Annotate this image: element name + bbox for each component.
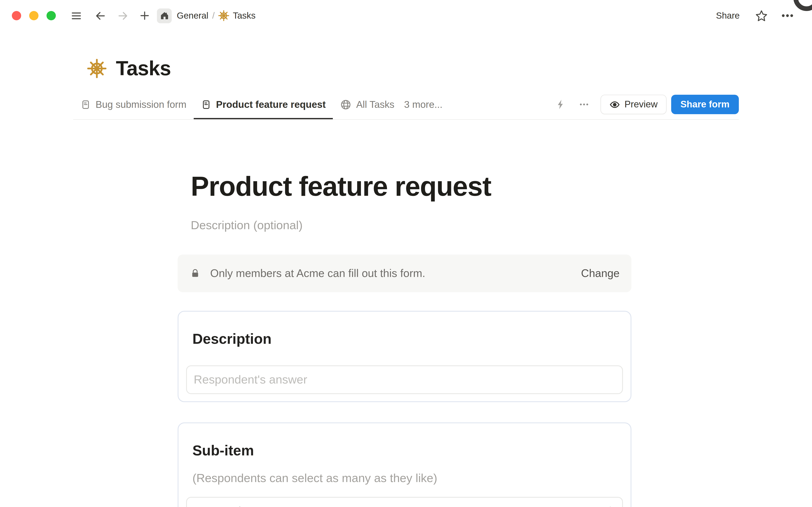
- tab-actions: Preview Share form: [555, 95, 739, 114]
- description-answer-input[interactable]: [186, 365, 623, 394]
- preview-button-label: Preview: [625, 99, 658, 110]
- field-card-sub-item[interactable]: Sub-item (Respondents can select as many…: [178, 422, 631, 507]
- field-label[interactable]: Description: [192, 330, 623, 348]
- page-header: Tasks: [87, 57, 171, 80]
- sidebar-menu-icon[interactable]: [71, 10, 82, 21]
- more-options-icon[interactable]: [781, 9, 794, 22]
- toolbar-right: Share: [716, 9, 794, 22]
- tabs-more-link[interactable]: 3 more...: [402, 99, 445, 110]
- automation-bolt-icon[interactable]: [555, 99, 566, 110]
- tab-label: All Tasks: [356, 99, 394, 110]
- favorite-star-icon[interactable]: [755, 9, 768, 22]
- form-editor: Product feature request Description (opt…: [178, 120, 631, 507]
- sub-item-select-wrap: [186, 497, 623, 507]
- share-form-button[interactable]: Share form: [671, 95, 739, 114]
- form-title[interactable]: Product feature request: [191, 170, 631, 203]
- tab-all-tasks[interactable]: All Tasks: [333, 90, 402, 119]
- back-arrow-icon[interactable]: [95, 10, 106, 21]
- zoom-button[interactable]: [47, 11, 56, 20]
- new-page-icon[interactable]: [139, 10, 150, 21]
- form-doc-icon: [201, 99, 212, 110]
- change-access-link[interactable]: Change: [581, 267, 620, 280]
- tab-bug-submission-form[interactable]: Bug submission form: [73, 90, 194, 119]
- sub-item-answer-input[interactable]: [186, 497, 623, 507]
- tab-label: Product feature request: [216, 99, 326, 110]
- breadcrumb-separator: /: [212, 11, 215, 21]
- field-card-description[interactable]: Description: [178, 311, 631, 402]
- window-controls: [12, 11, 56, 20]
- forward-arrow-icon[interactable]: [117, 10, 128, 21]
- window-toolbar: General / Tasks Share: [0, 0, 812, 31]
- home-icon[interactable]: [157, 8, 172, 23]
- breadcrumb-page[interactable]: Tasks: [233, 11, 255, 21]
- page-title: Tasks: [116, 57, 171, 80]
- share-form-button-label: Share form: [681, 99, 730, 110]
- breadcrumb: General / Tasks: [177, 10, 256, 21]
- minimize-button[interactable]: [29, 11, 39, 20]
- close-button[interactable]: [12, 11, 21, 20]
- globe-icon: [340, 99, 351, 110]
- access-notice-banner: Only members at Acme can fill out this f…: [178, 255, 631, 292]
- view-tabbar: Bug submission form Product feature requ…: [73, 90, 739, 120]
- tab-product-feature-request[interactable]: Product feature request: [194, 90, 333, 119]
- page-helm-icon[interactable]: [87, 59, 107, 78]
- preview-button[interactable]: Preview: [600, 95, 666, 114]
- lock-icon: [190, 269, 200, 278]
- app-window: General / Tasks Share Tasks Bug sub: [0, 0, 812, 507]
- helm-icon: [218, 10, 229, 21]
- view-options-icon[interactable]: [578, 99, 589, 110]
- eye-icon: [609, 99, 620, 110]
- breadcrumb-workspace[interactable]: General: [177, 11, 208, 21]
- share-button[interactable]: Share: [716, 11, 740, 21]
- form-doc-icon: [80, 99, 91, 110]
- chevron-up-down-icon: [603, 504, 617, 507]
- form-description-placeholder[interactable]: Description (optional): [191, 218, 631, 233]
- field-hint: (Respondents can select as many as they …: [192, 471, 623, 486]
- tab-label: Bug submission form: [96, 99, 186, 110]
- field-label[interactable]: Sub-item: [192, 442, 623, 459]
- access-notice-text: Only members at Acme can fill out this f…: [210, 267, 425, 280]
